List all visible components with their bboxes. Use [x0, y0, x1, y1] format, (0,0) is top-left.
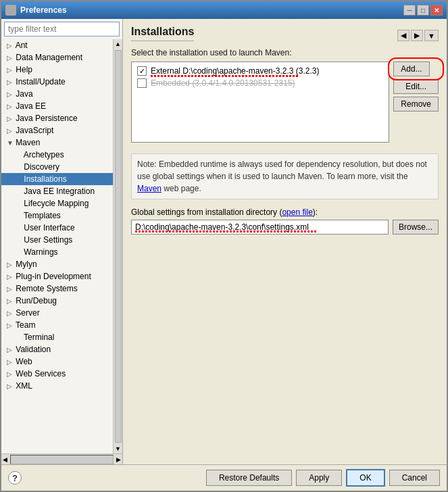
apply-button[interactable]: Apply [296, 470, 342, 486]
cancel-button[interactable]: Cancel [389, 470, 440, 486]
scroll-up-btn[interactable]: ▲ [114, 39, 122, 49]
scroll-down-btn[interactable]: ▼ [114, 444, 122, 453]
tree-item-installations[interactable]: Installations [1, 173, 113, 185]
tree-item-install-update[interactable]: ▷ Install/Update [1, 76, 113, 88]
nav-dropdown-button[interactable]: ▼ [424, 30, 439, 41]
add-button-wrapper: Add... [393, 62, 439, 76]
tree-item-javascript[interactable]: ▷ JavaScript [1, 124, 113, 137]
expand-icon-maven: ▼ [7, 139, 14, 147]
settings-input-display: D:\coding\apache-maven-3.2.3\conf\settin… [131, 220, 389, 235]
nav-buttons: ◀ ▶ ▼ [397, 30, 439, 41]
scroll-left-btn[interactable]: ◀ [1, 456, 9, 463]
scroll-thumb[interactable] [115, 50, 122, 443]
horizontal-scrollbar[interactable] [10, 455, 114, 464]
open-file-link[interactable]: open file [282, 207, 312, 217]
ok-button[interactable]: OK [346, 469, 384, 487]
expand-icon-install-update: ▷ [7, 78, 14, 86]
tree-item-remote-systems[interactable]: ▷ Remote Systems [1, 282, 113, 295]
tree-item-discovery[interactable]: Discovery [1, 161, 113, 173]
settings-value-text: D:\coding\apache-maven-3.2.3\conf\settin… [135, 222, 309, 232]
tree-item-terminal[interactable]: Terminal [1, 331, 113, 343]
panel-title: Installations [131, 26, 194, 41]
tree-item-java-ee-integration[interactable]: Java EE Integration [1, 185, 113, 197]
close-button[interactable]: ✕ [430, 5, 443, 16]
embedded-checkbox[interactable] [137, 78, 147, 88]
tree-area: ▷ Ant ▷ Data Management ▷ Help ▷ Install… [1, 39, 113, 453]
help-button[interactable]: ? [8, 471, 22, 485]
tree-item-data-management[interactable]: ▷ Data Management [1, 51, 113, 64]
expand-icon-validation: ▷ [7, 346, 14, 353]
preferences-window: Preferences ─ □ ✕ ▷ Ant ▷ Data Managemen… [0, 0, 448, 492]
expand-icon-java: ▷ [7, 91, 14, 98]
global-settings-text: Global settings from installation direct… [131, 207, 277, 217]
select-label: Select the installation used to launch M… [131, 48, 439, 57]
tree-item-web[interactable]: ▷ Web [1, 355, 113, 368]
vertical-scrollbar[interactable]: ▲ ▼ [113, 39, 122, 453]
left-panel: ▷ Ant ▷ Data Management ▷ Help ▷ Install… [1, 19, 123, 464]
tree-item-ant[interactable]: ▷ Ant [1, 39, 113, 51]
tree-scroll-area: ▷ Ant ▷ Data Management ▷ Help ▷ Install… [1, 39, 122, 453]
remove-button[interactable]: Remove [393, 97, 439, 112]
expand-icon-data-management: ▷ [7, 54, 14, 62]
right-panel: Installations ◀ ▶ ▼ Select the installat… [123, 19, 447, 464]
expand-icon-run-debug: ▷ [7, 297, 14, 305]
external-checkbox[interactable]: ✓ [137, 66, 147, 76]
tree-item-templates[interactable]: Templates [1, 210, 113, 222]
embedded-install-text: Embedded (3.0.4/1.4.0.20130531-2315) [151, 78, 383, 88]
scroll-right-btn[interactable]: ▶ [115, 456, 122, 463]
expand-icon-xml: ▷ [7, 383, 14, 390]
add-button[interactable]: Add... [393, 62, 429, 76]
maven-link[interactable]: Maven [137, 184, 161, 193]
tree-item-validation[interactable]: ▷ Validation [1, 343, 113, 355]
expand-icon-ant: ▷ [7, 42, 14, 49]
tree-item-mylyn[interactable]: ▷ Mylyn [1, 258, 113, 270]
expand-icon-plugin-development: ▷ [7, 273, 14, 280]
title-bar: Preferences ─ □ ✕ [1, 1, 447, 19]
expand-icon-javascript: ▷ [7, 127, 14, 134]
bottom-bar: ? Restore Defaults Apply OK Cancel [1, 464, 447, 491]
tree-item-user-settings[interactable]: User Settings [1, 234, 113, 246]
tree-item-java[interactable]: ▷ Java [1, 88, 113, 100]
filter-input[interactable] [4, 22, 120, 36]
minimize-button[interactable]: ─ [403, 5, 416, 16]
tree-item-java-persistence[interactable]: ▷ Java Persistence [1, 112, 113, 124]
note-text-end: web page. [161, 184, 201, 193]
global-settings-label: Global settings from installation direct… [131, 207, 439, 217]
tree-item-run-debug[interactable]: ▷ Run/Debug [1, 295, 113, 307]
expand-icon-mylyn: ▷ [7, 261, 14, 268]
tree-item-warnings[interactable]: Warnings [1, 246, 113, 258]
tree-item-web-services[interactable]: ▷ Web Services [1, 368, 113, 380]
settings-row: D:\coding\apache-maven-3.2.3\conf\settin… [131, 220, 439, 235]
expand-icon-java-persistence: ▷ [7, 115, 14, 122]
nav-forward-button[interactable]: ▶ [411, 30, 423, 41]
tree-item-server[interactable]: ▷ Server [1, 307, 113, 319]
installation-row-embedded[interactable]: Embedded (3.0.4/1.4.0.20130531-2315) [134, 77, 386, 89]
installations-container: ✓ External D:\coding\apache-maven-3.2.3 … [131, 62, 439, 148]
expand-icon-team: ▷ [7, 322, 14, 329]
tree-item-lifecycle-mapping[interactable]: Lifecycle Mapping [1, 197, 113, 210]
expand-icon-java-ee: ▷ [7, 103, 14, 110]
tree-item-java-ee[interactable]: ▷ Java EE [1, 100, 113, 112]
tree-item-maven[interactable]: ▼ Maven [1, 137, 113, 149]
tree-item-user-interface[interactable]: User Interface [1, 222, 113, 234]
title-controls: ─ □ ✕ [403, 5, 443, 16]
browse-button[interactable]: Browse... [393, 220, 439, 235]
nav-back-button[interactable]: ◀ [397, 30, 409, 41]
global-settings-section: Global settings from installation direct… [131, 207, 439, 235]
expand-icon-server: ▷ [7, 310, 14, 317]
edit-button[interactable]: Edit... [393, 79, 439, 94]
tree-item-help[interactable]: ▷ Help [1, 64, 113, 76]
tree-item-archetypes[interactable]: Archetypes [1, 149, 113, 161]
restore-defaults-button[interactable]: Restore Defaults [206, 470, 292, 486]
tree-item-xml[interactable]: ▷ XML [1, 380, 113, 392]
installation-row-external[interactable]: ✓ External D:\coding\apache-maven-3.2.3 … [134, 65, 386, 77]
window-icon [5, 5, 16, 16]
expand-icon-web-services: ▷ [7, 370, 14, 378]
tree-item-plugin-development[interactable]: ▷ Plug-in Development [1, 270, 113, 282]
installations-box-wrapper: ✓ External D:\coding\apache-maven-3.2.3 … [131, 62, 389, 148]
external-install-text: External D:\coding\apache-maven-3.2.3 (3… [151, 66, 383, 76]
window-title: Preferences [20, 5, 67, 15]
note-box: Note: Embedded runtime is always used fo… [131, 153, 439, 199]
maximize-button[interactable]: □ [417, 5, 429, 16]
tree-item-team[interactable]: ▷ Team [1, 319, 113, 331]
